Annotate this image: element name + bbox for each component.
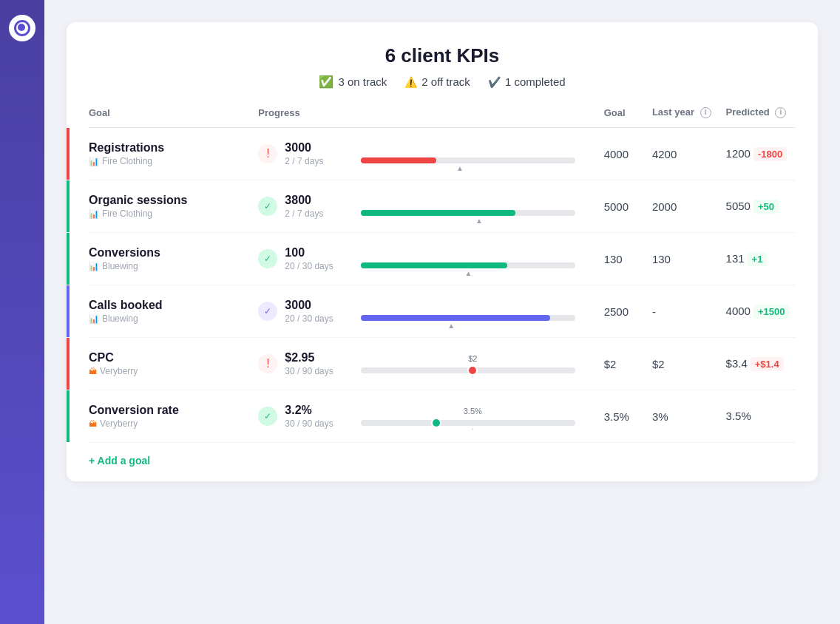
bar-marker [447,322,455,330]
bar-track [361,262,575,268]
goal-val-cell: 4000 [595,128,643,180]
predicted-cell: $3.4+$1.4 [717,338,796,390]
goal-val-cell: $2 [595,338,643,390]
on-track-icon: ✅ [319,75,333,89]
client-name: Veryberry [100,418,138,429]
bar-marker [456,164,464,172]
bar-fill [361,262,507,268]
app-logo[interactable] [9,15,35,41]
goal-client: 🏔 Veryberry [89,366,249,376]
predicted-value: 4000 [726,305,751,317]
bar-marker [465,269,472,277]
bar-cell [352,180,595,233]
last-year-cell: 2000 [643,180,717,233]
col-progress: Progress [249,106,595,128]
goal-name: Registrations [89,141,249,155]
progress-value: 3000 [285,141,344,155]
goal-name: CPC [89,351,249,364]
goal-name: Conversions [89,246,249,260]
predicted-cell: 131+1 [717,233,796,285]
goal-cell: Conversion rate 🏔 Veryberry [89,390,249,443]
row-accent [67,285,70,337]
status-cell: ✓ 100 20 / 30 days [258,246,352,271]
kpi-card: 6 client KPIs ✅ 3 on track ⚠️ 2 off trac… [67,22,818,481]
goal-val-cell: 2500 [595,285,643,338]
goal-client: 📊 Bluewing [89,313,249,324]
bar-fill [361,210,515,216]
client-bar-chart-icon: 📊 [89,157,99,166]
predicted-diff: +$1.4 [751,357,784,371]
progress-days: 30 / 90 days [285,366,344,376]
bar-label-above: $2 [468,354,477,363]
progress-col: 3000 2 / 7 days [285,141,344,166]
client-bar-chart-icon: 📊 [89,262,99,271]
kpi-table: Goal Progress Goal Last year i Predicted… [89,106,796,443]
predicted-cell: 4000+1500 [717,285,796,338]
goal-client: 📊 Fire Clothing [89,156,249,166]
last-year-cell: 130 [643,233,717,285]
goal-cell: Registrations 📊 Fire Clothing [89,128,249,180]
bar-track [361,315,575,321]
bar-marker [475,217,483,225]
on-track-status-icon: ✓ [258,197,277,216]
bar-area: 3.5% [361,407,575,426]
predicted-diff: +1 [748,252,768,266]
completed-label: 1 completed [505,75,566,88]
predicted-value: 5050 [726,200,751,212]
client-name: Veryberry [100,366,138,376]
goal-name: Organic sessions [89,194,249,207]
off-track-icon: ⚠️ [404,76,417,88]
bar-area [361,302,575,321]
col-last-year: Last year i [643,106,717,128]
bar-cell [352,128,595,180]
progress-days: 2 / 7 days [285,208,344,219]
progress-value: $2.95 [285,351,344,364]
goal-val-cell: 5000 [595,180,643,233]
bar-cell [352,285,595,338]
progress-value: 3000 [285,299,344,312]
progress-col: 3800 2 / 7 days [285,194,344,219]
predicted-cell: 3.5% [717,390,796,443]
progress-days: 20 / 30 days [285,261,344,271]
row-accent [67,390,70,442]
status-cell: ✓ 3000 20 / 30 days [258,299,352,324]
bar-track [361,210,575,216]
client-bar-chart-icon: 📊 [89,209,99,219]
progress-value: 3800 [285,194,344,207]
client-name: Bluewing [102,261,138,271]
last-year-cell: - [643,285,717,338]
goal-val-cell: 130 [595,233,643,285]
predicted-value: 1200 [726,147,751,160]
progress-col: 3000 20 / 30 days [285,299,344,324]
last-year-info-icon[interactable]: i [700,107,711,118]
off-track-summary: ⚠️ 2 off track [404,75,470,89]
status-cell: ✓ 3.2% 30 / 90 days [258,404,352,429]
predicted-diff: +1500 [753,305,790,319]
progress-cell: ✓ 3800 2 / 7 days [249,180,352,233]
bar-track [361,157,575,163]
bar-label-above: 3.5% [464,407,482,416]
predicted-value: 3.5% [726,410,751,422]
table-row: CPC 🏔 Veryberry ! $2.95 30 / 90 days $2 [89,338,796,390]
progress-value: 3.2% [285,404,344,417]
bar-fill [361,157,436,163]
table-row: Organic sessions 📊 Fire Clothing ✓ 3800 … [89,180,796,233]
progress-days: 2 / 7 days [285,156,344,166]
predicted-cell: 5050+50 [717,180,796,233]
predicted-info-icon[interactable]: i [775,107,786,118]
row-accent [67,233,70,285]
bar-area [361,249,575,268]
bar-area [361,197,575,216]
status-cell: ✓ 3800 2 / 7 days [258,194,352,219]
progress-cell: ! 3000 2 / 7 days [249,128,352,180]
client-name: Fire Clothing [102,156,152,166]
completed-icon: ✔️ [488,76,501,88]
bar-fill [361,315,549,321]
progress-cell: ✓ 3000 20 / 30 days [249,285,352,338]
completed-status-icon: ✓ [258,302,277,321]
on-track-status-icon: ✓ [258,249,277,268]
progress-value: 100 [285,246,344,260]
add-goal-label: + Add a goal [89,455,150,467]
bar-dot [431,418,441,428]
add-goal-button[interactable]: + Add a goal [89,443,796,467]
